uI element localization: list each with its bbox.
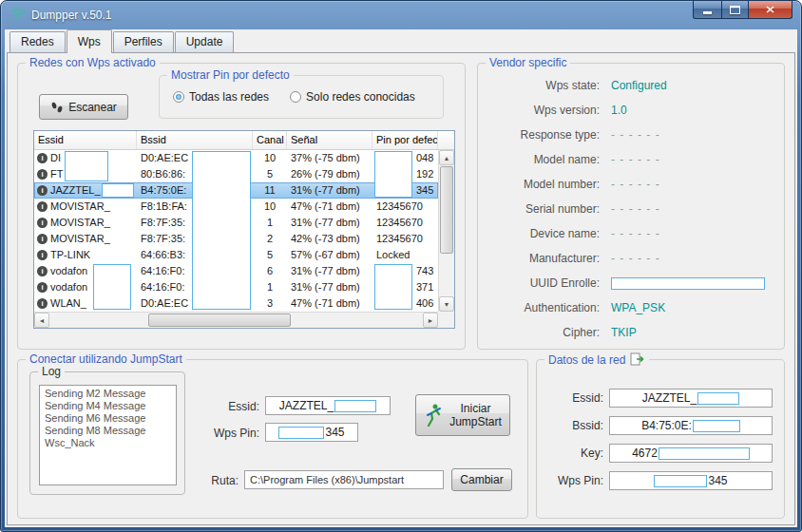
tab-update[interactable]: Update	[175, 31, 235, 52]
ruta-input[interactable]: C:\Program Files (x86)\Jumpstart	[244, 470, 444, 489]
info-icon: i	[37, 153, 48, 163]
vendor-field: Model name: - - - - - -	[486, 153, 774, 166]
info-icon: i	[37, 201, 48, 212]
network-data-field: Wps Pin: 345	[544, 471, 773, 490]
vendor-field-value: - - - - - -	[611, 128, 660, 142]
radio-group: Todas las redes Solo redes conocidas	[160, 76, 443, 118]
vendor-field-value: - - - - - -	[611, 202, 660, 216]
close-button[interactable]	[749, 1, 792, 19]
radio-option[interactable]: Solo redes conocidas	[290, 90, 415, 104]
runner-icon	[423, 403, 444, 428]
scroll-up-button[interactable]: ▲	[439, 150, 454, 165]
vertical-scrollbar[interactable]: ▲ ▼	[438, 150, 454, 312]
maximize-button[interactable]	[721, 1, 749, 19]
scroll-down-button[interactable]: ▼	[439, 296, 454, 312]
text-field[interactable]: JAZZTEL_	[609, 389, 773, 408]
log-item[interactable]: Wsc_Nack	[40, 437, 176, 449]
censor-box	[102, 183, 134, 198]
scrollbar-corner	[438, 312, 454, 328]
info-icon: i	[37, 185, 48, 196]
jumpstart-group: Conectar utilizando JumpStart Log Sendin…	[17, 359, 528, 519]
wps-pin-label: Wps Pin:	[208, 427, 259, 440]
censor-box	[374, 151, 412, 198]
canal-cell: 10	[253, 150, 287, 166]
redacted-value	[697, 392, 739, 405]
scroll-left-button[interactable]: ◄	[34, 313, 49, 328]
vendor-field: Authentication: WPA_PSK	[486, 301, 774, 314]
field-label: Key:	[544, 446, 603, 460]
vendor-field: Response type: - - - - - -	[486, 128, 774, 142]
canal-cell: 3	[253, 295, 287, 312]
field-label: Essid:	[544, 391, 603, 405]
cambiar-button[interactable]: Cambiar	[451, 468, 512, 491]
radio-icon	[290, 91, 301, 103]
scrollbar-thumb[interactable]	[440, 166, 453, 254]
redacted-value	[334, 400, 376, 412]
column-header[interactable]: Essid	[34, 131, 137, 149]
info-icon: i	[37, 266, 48, 276]
vendor-field-value: Configured	[611, 79, 667, 92]
radio-option[interactable]: Todas las redes	[173, 90, 269, 104]
senal-cell: 42% (-73 dbm)	[287, 231, 372, 247]
info-icon: i	[37, 169, 48, 180]
tab-redes[interactable]: Redes	[10, 31, 66, 52]
text-field[interactable]: 345	[609, 471, 773, 490]
app-window: Dumpper v.50.1 Redes Wps Perfiles Update…	[0, 0, 802, 532]
text-field[interactable]: B4:75:0E:	[609, 416, 773, 435]
radio-label: Solo redes conocidas	[306, 90, 415, 104]
horizontal-scrollbar[interactable]: ◄ ►	[34, 312, 438, 328]
window-title: Dumpper v.50.1	[31, 9, 112, 22]
scrollbar-thumb[interactable]	[148, 314, 291, 327]
minimize-button[interactable]	[693, 1, 721, 19]
export-icon[interactable]	[630, 352, 645, 367]
vendor-field: Manufacturer: - - - - - -	[486, 252, 774, 265]
censor-box	[374, 264, 412, 310]
tab-perfiles[interactable]: Perfiles	[113, 31, 174, 52]
vendor-field: Serial number: - - - - - -	[486, 202, 774, 216]
info-icon: i	[37, 234, 48, 244]
vendor-field: UUID Enrolle:	[486, 276, 774, 290]
vendor-field-label: Authentication:	[486, 301, 600, 314]
column-header[interactable]: Canal	[253, 131, 287, 149]
vendor-fields: Wps state: Configured Wps version: 1.0 R…	[486, 79, 774, 339]
footprints-icon	[50, 101, 64, 114]
table-body: iDI D0:AE:EC 10 37% (-75 dbm) 048 iFT 80…	[34, 150, 438, 312]
vendor-field: Model number: - - - - - -	[486, 178, 774, 191]
log-item[interactable]: Sending M4 Message	[40, 400, 176, 412]
essid-input[interactable]: JAZZTEL_	[265, 396, 391, 415]
vendor-field-value: 1.0	[611, 104, 627, 117]
vendor-field-label: Serial number:	[486, 202, 600, 216]
log-item[interactable]: Sending M6 Message	[40, 412, 176, 425]
essid-cell: iMOVISTAR_	[34, 199, 137, 215]
info-icon: i	[37, 218, 48, 228]
table-header: EssidBssidCanalSeñalPin por defecto	[34, 131, 454, 150]
vendor-field-value: - - - - - -	[611, 227, 660, 240]
column-header[interactable]: Bssid	[137, 131, 253, 149]
senal-cell: 31% (-77 dbm)	[287, 279, 372, 295]
text-field[interactable]: 4672	[609, 444, 773, 463]
essid-cell: iTP-LINK	[34, 247, 137, 263]
wps-pin-input[interactable]: 345	[265, 423, 358, 442]
group-title: Conectar utilizando JumpStart	[26, 352, 186, 366]
senal-cell: 31% (-77 dbm)	[287, 215, 372, 231]
log-item[interactable]: Sending M8 Message	[40, 425, 176, 437]
senal-cell: 47% (-71 dbm)	[287, 199, 372, 215]
column-header[interactable]: Pin por defecto	[372, 131, 438, 149]
scroll-right-button[interactable]: ►	[423, 313, 438, 328]
vendor-field: Wps state: Configured	[486, 79, 774, 92]
network-data-group: Datos de la red Essid: JAZZTEL_ Bssid: B…	[536, 359, 785, 519]
column-header[interactable]: Señal	[287, 131, 372, 149]
log-item[interactable]: Sending M2 Message	[40, 388, 176, 400]
radio-icon	[173, 91, 184, 103]
essid-cell: iMOVISTAR_	[34, 231, 137, 247]
jumpstart-button[interactable]: Iniciar JumpStart	[415, 394, 510, 436]
vendor-field: Device name: - - - - - -	[486, 227, 774, 240]
titlebar[interactable]: Dumpper v.50.1	[1, 1, 801, 29]
tab-wps[interactable]: Wps	[67, 29, 112, 53]
scan-button[interactable]: Escanear	[39, 94, 128, 120]
log-list[interactable]: Sending M2 Message Sending M4 Message Se…	[39, 385, 177, 485]
group-title: Vendor specific	[486, 56, 570, 69]
wps-tab-page: Redes con Wps activado Escanear Mostrar …	[7, 52, 795, 525]
log-group: Log Sending M2 Message Sending M4 Messag…	[29, 371, 185, 495]
canal-cell: 10	[253, 199, 287, 215]
